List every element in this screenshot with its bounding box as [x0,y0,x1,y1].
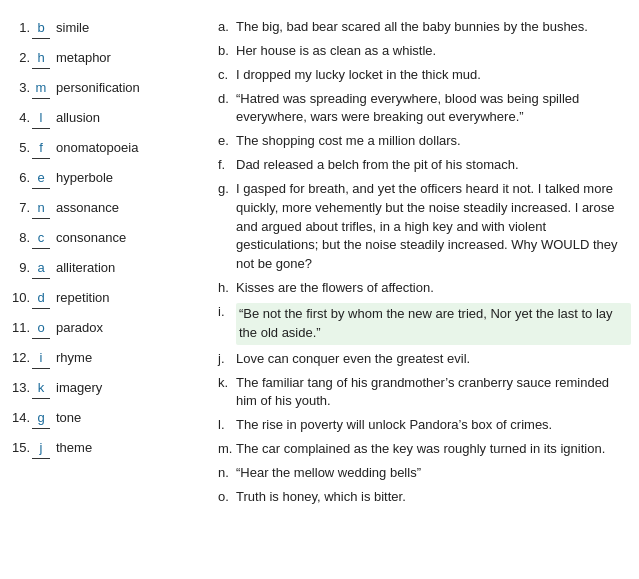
list-item: 14. g tone [8,408,198,432]
list-item: d. “Hatred was spreading everywhere, blo… [218,90,631,128]
item-answer-letter: a [32,258,50,279]
list-item: j. Love can conquer even the greatest ev… [218,350,631,369]
list-item: l. The rise in poverty will unlock Pando… [218,416,631,435]
list-item: 15. j theme [8,438,198,462]
item-number: 15. [8,438,30,458]
list-item: m. The car complained as the key was rou… [218,440,631,459]
item-number: 8. [8,228,30,248]
b-letter: a. [218,18,236,37]
list-item: 8. c consonance [8,228,198,252]
b-text: Dad released a belch from the pit of his… [236,156,631,175]
b-text: Love can conquer even the greatest evil. [236,350,631,369]
list-item: i. “Be not the first by whom the new are… [218,303,631,345]
b-letter: m. [218,440,236,459]
list-item: b. Her house is as clean as a whistle. [218,42,631,61]
b-text: The shopping cost me a million dollars. [236,132,631,151]
item-number: 10. [8,288,30,308]
list-item: g. I gasped for breath, and yet the offi… [218,180,631,274]
item-term: hyperbole [56,168,113,188]
item-term: alliteration [56,258,115,278]
b-text: “Hear the mellow wedding bells” [236,464,631,483]
b-letter: n. [218,464,236,483]
b-letter: b. [218,42,236,61]
list-item: e. The shopping cost me a million dollar… [218,132,631,151]
item-term: imagery [56,378,102,398]
list-item: 13. k imagery [8,378,198,402]
item-answer-letter: i [32,348,50,369]
b-letter: g. [218,180,236,274]
list-item: 12. i rhyme [8,348,198,372]
b-text: Her house is as clean as a whistle. [236,42,631,61]
item-number: 9. [8,258,30,278]
item-answer-letter: n [32,198,50,219]
item-term: simile [56,18,89,38]
item-term: rhyme [56,348,92,368]
item-term: onomatopoeia [56,138,138,158]
item-number: 6. [8,168,30,188]
list-item: h. Kisses are the flowers of affection. [218,279,631,298]
list-item: 3. m personification [8,78,198,102]
item-term: theme [56,438,92,458]
item-number: 4. [8,108,30,128]
item-number: 7. [8,198,30,218]
item-answer-letter: d [32,288,50,309]
item-answer-letter: l [32,108,50,129]
item-answer-letter: m [32,78,50,99]
b-letter: k. [218,374,236,412]
list-item: 9. a alliteration [8,258,198,282]
item-number: 1. [8,18,30,38]
item-number: 5. [8,138,30,158]
list-item: 5. f onomatopoeia [8,138,198,162]
b-text: I dropped my lucky locket in the thick m… [236,66,631,85]
item-term: personification [56,78,140,98]
b-text: The rise in poverty will unlock Pandora’… [236,416,631,435]
item-term: consonance [56,228,126,248]
b-text: The familiar tang of his grandmother’s c… [236,374,631,412]
b-letter: h. [218,279,236,298]
item-answer-letter: e [32,168,50,189]
item-answer-letter: g [32,408,50,429]
list-item: 11. o paradox [8,318,198,342]
item-answer-letter: c [32,228,50,249]
b-text: The car complained as the key was roughl… [236,440,631,459]
list-item: a. The big, bad bear scared all the baby… [218,18,631,37]
b-text: Kisses are the flowers of affection. [236,279,631,298]
item-term: metaphor [56,48,111,68]
item-term: paradox [56,318,103,338]
list-item: 4. l allusion [8,108,198,132]
list-item: 10. d repetition [8,288,198,312]
item-answer-letter: h [32,48,50,69]
list-item: 2. h metaphor [8,48,198,72]
item-number: 3. [8,78,30,98]
item-term: tone [56,408,81,428]
b-letter: e. [218,132,236,151]
column-b: a. The big, bad bear scared all the baby… [198,18,631,512]
item-number: 13. [8,378,30,398]
list-item: c. I dropped my lucky locket in the thic… [218,66,631,85]
list-item: 6. e hyperbole [8,168,198,192]
item-answer-letter: k [32,378,50,399]
list-item: f. Dad released a belch from the pit of … [218,156,631,175]
b-text: Truth is honey, which is bitter. [236,488,631,507]
item-number: 2. [8,48,30,68]
b-text: The big, bad bear scared all the baby bu… [236,18,631,37]
list-item: 1. b simile [8,18,198,42]
b-text: “Be not the first by whom the new are tr… [236,303,631,345]
b-text: “Hatred was spreading everywhere, blood … [236,90,631,128]
b-letter: o. [218,488,236,507]
item-term: assonance [56,198,119,218]
item-number: 11. [8,318,30,338]
column-a: 1. b simile 2. h metaphor 3. m personifi… [8,18,198,512]
b-letter: c. [218,66,236,85]
item-answer-letter: o [32,318,50,339]
item-term: repetition [56,288,109,308]
b-letter: j. [218,350,236,369]
list-item: o. Truth is honey, which is bitter. [218,488,631,507]
item-number: 12. [8,348,30,368]
b-text: I gasped for breath, and yet the officer… [236,180,631,274]
item-answer-letter: b [32,18,50,39]
item-answer-letter: j [32,438,50,459]
b-letter: l. [218,416,236,435]
b-letter: f. [218,156,236,175]
item-answer-letter: f [32,138,50,159]
